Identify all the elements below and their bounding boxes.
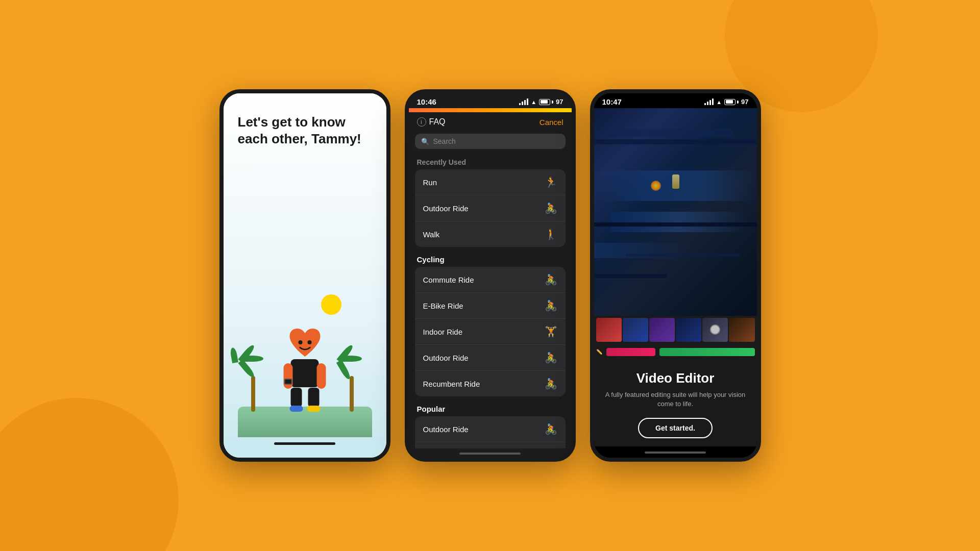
- sun-decoration: [321, 294, 341, 315]
- wifi-icon: ▲: [716, 99, 722, 105]
- phone-onboarding: Let's get to know each other, Tammy!: [219, 89, 390, 462]
- battery-level: 97: [741, 98, 748, 106]
- status-icons: ▲ 97: [704, 98, 748, 106]
- faq-title: FAQ: [429, 117, 446, 127]
- timeline-thumbnails[interactable]: [594, 316, 757, 344]
- list-item[interactable]: Walk: [415, 221, 566, 247]
- commute-icon: [545, 273, 557, 286]
- section-recently-used: Recently Used: [409, 153, 572, 169]
- home-indicator: [274, 442, 335, 445]
- timeline-edit-tracks[interactable]: ✏️: [594, 344, 757, 360]
- workout-label: E-Bike Ride: [423, 302, 463, 310]
- home-indicator: [645, 452, 706, 454]
- battery-icon: [539, 99, 553, 105]
- search-icon: 🔍: [421, 138, 429, 145]
- phone2-content: 10:46 ▲ 97: [409, 93, 572, 458]
- get-started-button[interactable]: Get started.: [638, 418, 713, 438]
- tammy-scene: [238, 274, 372, 437]
- faq-header: i FAQ Cancel: [409, 112, 572, 132]
- wifi-icon: ▲: [531, 99, 536, 105]
- list-item[interactable]: Outdoor Ride: [415, 345, 566, 371]
- workout-label: Walk: [423, 230, 440, 239]
- video-glitch-effect: [594, 108, 757, 316]
- signal-bar-3: [709, 100, 711, 105]
- cancel-button[interactable]: Cancel: [540, 118, 564, 127]
- battery-level: 97: [556, 98, 563, 106]
- bike-icon: [545, 352, 557, 364]
- video-editor-description: A fully featured editing suite will help…: [602, 390, 749, 409]
- phone-video-editor: 10:47 ▲ 97: [590, 89, 761, 462]
- workout-list: Recently Used Run Outdoor Ride Walk: [409, 153, 572, 448]
- workout-label: Recumbent Ride: [423, 380, 480, 388]
- signal-bar-3: [524, 100, 526, 105]
- edit-track-green[interactable]: [659, 348, 755, 356]
- workout-label: Indoor Ride: [423, 328, 463, 336]
- signal-bar-1: [519, 103, 521, 105]
- thumbnail-3: [649, 318, 675, 342]
- home-indicator: [459, 453, 521, 455]
- list-item[interactable]: E-Bike Ride: [415, 293, 566, 319]
- video-editor-title: Video Editor: [602, 370, 749, 386]
- signal-bar-2: [707, 102, 708, 105]
- signal-bar-4: [712, 98, 714, 105]
- list-item[interactable]: Commute Ride: [415, 267, 566, 293]
- faq-info: i FAQ: [417, 117, 446, 127]
- tammy-greeting: Let's get to know each other, Tammy!: [238, 114, 372, 147]
- thumbnail-2: [623, 318, 648, 342]
- workout-label: Commute Ride: [423, 276, 474, 284]
- thumbnail-4: [676, 318, 701, 342]
- signal-icon: [519, 98, 528, 105]
- palm-tree-left: [243, 361, 263, 412]
- status-time: 10:46: [417, 97, 436, 106]
- thumbnail-5: [702, 318, 728, 342]
- svg-point-0: [298, 340, 302, 344]
- thumbnail-6: [729, 318, 754, 342]
- walk-icon: [545, 228, 557, 240]
- list-item[interactable]: Run: [415, 442, 566, 448]
- info-icon: i: [417, 117, 426, 127]
- workout-label: Outdoor Ride: [423, 425, 469, 434]
- workout-label: Outdoor Ride: [423, 354, 469, 362]
- edit-track-red[interactable]: [606, 348, 655, 356]
- section-popular: Popular: [409, 400, 572, 416]
- thumbnail-1: [596, 318, 622, 342]
- indoor-icon: [545, 325, 557, 338]
- phone-faq: 10:46 ▲ 97: [405, 89, 576, 462]
- workout-label: Outdoor Ride: [423, 204, 469, 213]
- recently-used-group: Run Outdoor Ride Walk: [415, 169, 566, 247]
- playhead-indicator: [710, 324, 720, 335]
- phones-container: Let's get to know each other, Tammy!: [219, 89, 761, 462]
- list-item[interactable]: Run: [415, 169, 566, 195]
- signal-bar-4: [527, 98, 528, 105]
- svg-point-1: [307, 340, 311, 344]
- list-item[interactable]: Outdoor Ride: [415, 416, 566, 442]
- signal-icon: [704, 98, 714, 105]
- signal-bar-2: [522, 102, 523, 105]
- run-icon: [545, 176, 557, 188]
- status-bar: 10:46 ▲ 97: [409, 93, 572, 108]
- light-effect-2: [672, 174, 679, 189]
- list-item[interactable]: Recumbent Ride: [415, 371, 566, 396]
- character-mascot: [284, 326, 326, 412]
- video-info-panel: Video Editor A fully featured editing su…: [594, 360, 757, 446]
- workout-label: Run: [423, 178, 437, 187]
- phone3-content: 10:47 ▲ 97: [594, 93, 757, 458]
- signal-bar-1: [704, 103, 706, 105]
- tammy-illustration: [238, 157, 372, 437]
- battery-icon: [724, 99, 739, 105]
- recumbent-icon: [545, 378, 557, 390]
- palm-tree-right: [341, 361, 362, 412]
- video-preview: [594, 108, 757, 316]
- section-cycling: Cycling: [409, 251, 572, 267]
- list-item[interactable]: Outdoor Ride: [415, 195, 566, 221]
- search-bar[interactable]: 🔍 Search: [415, 134, 566, 149]
- bike-icon: [545, 202, 557, 214]
- cycling-group: Commute Ride E-Bike Ride Indoor Ride Out…: [415, 267, 566, 396]
- status-bar: 10:47 ▲ 97: [594, 93, 757, 108]
- status-time: 10:47: [602, 97, 622, 106]
- status-icons: ▲ 97: [519, 98, 563, 106]
- bike-icon: [545, 423, 557, 435]
- edit-pencil-icon: ✏️: [596, 349, 602, 355]
- search-placeholder: Search: [433, 137, 456, 145]
- list-item[interactable]: Indoor Ride: [415, 319, 566, 345]
